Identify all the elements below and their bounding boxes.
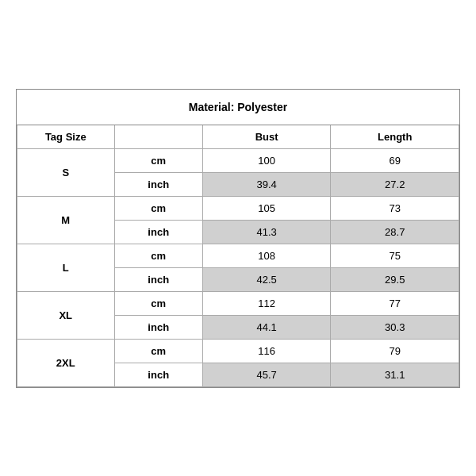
tag-size-cell: XL	[17, 291, 115, 339]
size-chart-container: Material: Polyester Tag Size Bust Length…	[16, 89, 460, 388]
bust-value-inch: 39.4	[202, 172, 331, 196]
bust-value-inch: 45.7	[202, 363, 331, 386]
length-value-inch: 30.3	[331, 315, 459, 339]
tag-size-cell: S	[17, 148, 115, 196]
tag-size-cell: 2XL	[17, 339, 115, 386]
bust-value-inch: 42.5	[202, 267, 331, 291]
table-row: Mcm10573	[17, 196, 459, 220]
unit-cell-cm: cm	[114, 148, 202, 172]
unit-cell-inch: inch	[114, 363, 202, 386]
bust-value-cm: 108	[202, 244, 331, 267]
length-header: Length	[331, 125, 459, 149]
length-value-cm: 75	[331, 244, 459, 267]
unit-cell-inch: inch	[114, 220, 202, 244]
length-value-inch: 28.7	[331, 220, 459, 244]
length-value-cm: 69	[331, 148, 459, 172]
table-row: 2XLcm11679	[17, 339, 459, 363]
table-row: Scm10069	[17, 148, 459, 172]
bust-header: Bust	[202, 125, 331, 149]
unit-cell-cm: cm	[114, 196, 202, 220]
unit-cell-cm: cm	[114, 339, 202, 363]
unit-cell-inch: inch	[114, 315, 202, 339]
unit-cell-cm: cm	[114, 244, 202, 267]
tag-size-cell: M	[17, 196, 115, 244]
unit-cell-cm: cm	[114, 291, 202, 315]
length-value-inch: 29.5	[331, 267, 459, 291]
bust-value-cm: 112	[202, 291, 331, 315]
size-table: Tag Size Bust Length Scm10069inch39.427.…	[17, 125, 459, 387]
bust-value-cm: 105	[202, 196, 331, 220]
bust-value-inch: 41.3	[202, 220, 331, 244]
length-value-cm: 79	[331, 339, 459, 363]
bust-value-cm: 116	[202, 339, 331, 363]
bust-value-cm: 100	[202, 148, 331, 172]
length-value-inch: 31.1	[331, 363, 459, 386]
table-header-row: Tag Size Bust Length	[17, 125, 459, 149]
table-row: XLcm11277	[17, 291, 459, 315]
length-value-cm: 77	[331, 291, 459, 315]
bust-value-inch: 44.1	[202, 315, 331, 339]
tag-size-header: Tag Size	[17, 125, 115, 149]
chart-title: Material: Polyester	[17, 90, 459, 125]
unit-header	[114, 125, 202, 149]
length-value-cm: 73	[331, 196, 459, 220]
tag-size-cell: L	[17, 244, 115, 291]
unit-cell-inch: inch	[114, 267, 202, 291]
unit-cell-inch: inch	[114, 172, 202, 196]
table-row: Lcm10875	[17, 244, 459, 267]
length-value-inch: 27.2	[331, 172, 459, 196]
